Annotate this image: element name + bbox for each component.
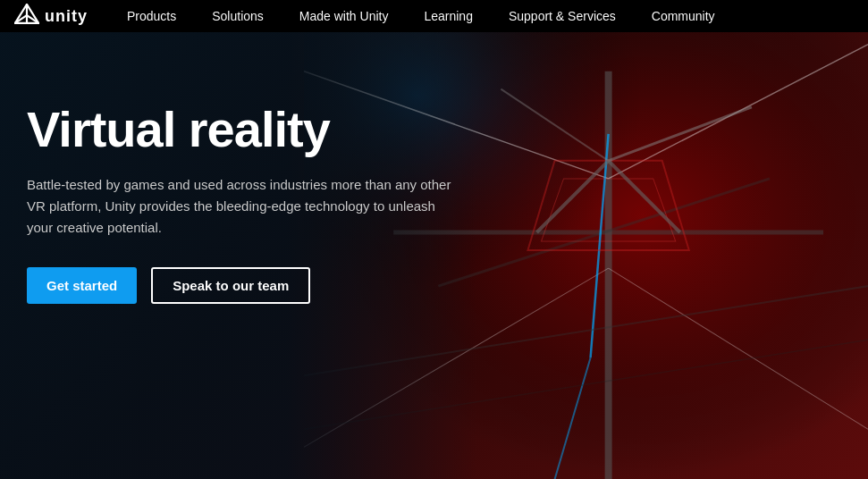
hero-subtitle: Battle-tested by games and used across i… bbox=[27, 174, 456, 239]
hero-buttons: Get started Speak to our team bbox=[27, 267, 465, 304]
nav-item-solutions[interactable]: Solutions bbox=[194, 0, 282, 32]
nav-link-products[interactable]: Products bbox=[109, 0, 194, 32]
speak-to-team-button[interactable]: Speak to our team bbox=[151, 267, 310, 304]
unity-logo-text: unity bbox=[45, 7, 88, 26]
hero-section: Virtual reality Battle-tested by games a… bbox=[0, 0, 868, 479]
nav-item-community[interactable]: Community bbox=[634, 0, 733, 32]
nav-link-made-with-unity[interactable]: Made with Unity bbox=[282, 0, 407, 32]
nav-link-solutions[interactable]: Solutions bbox=[194, 0, 282, 32]
nav-link-learning[interactable]: Learning bbox=[406, 0, 491, 32]
unity-logo-link[interactable]: unity bbox=[14, 4, 88, 29]
navbar: unity Products Solutions Made with Unity… bbox=[0, 0, 868, 32]
nav-item-learning[interactable]: Learning bbox=[406, 0, 491, 32]
get-started-button[interactable]: Get started bbox=[27, 267, 137, 304]
nav-item-support-services[interactable]: Support & Services bbox=[491, 0, 634, 32]
nav-item-products[interactable]: Products bbox=[109, 0, 194, 32]
nav-link-community[interactable]: Community bbox=[634, 0, 733, 32]
nav-item-made-with-unity[interactable]: Made with Unity bbox=[282, 0, 407, 32]
nav-menu: Products Solutions Made with Unity Learn… bbox=[109, 0, 733, 32]
nav-link-support-services[interactable]: Support & Services bbox=[491, 0, 634, 32]
hero-content: Virtual reality Battle-tested by games a… bbox=[0, 32, 492, 340]
unity-logo-icon bbox=[14, 4, 39, 29]
hero-title: Virtual reality bbox=[27, 104, 465, 156]
